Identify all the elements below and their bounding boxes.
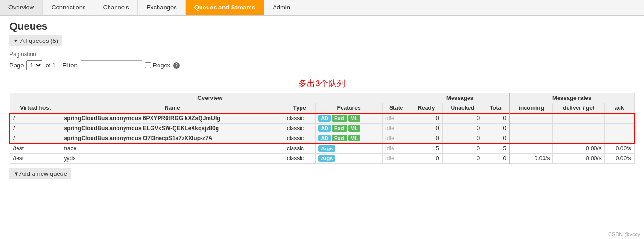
- col-ack: ack: [604, 103, 634, 114]
- col-type: Type: [284, 103, 315, 114]
- nav-overview[interactable]: Overview: [0, 0, 43, 15]
- of-label: of 1: [45, 62, 56, 69]
- queues-table-container: Overview Messages Message rates Virtual …: [9, 93, 635, 164]
- cell-name[interactable]: trace: [61, 143, 284, 154]
- pagination-controls: Page 1 of 1 - Filter: Regex ?: [9, 60, 635, 70]
- cell-ready: 0: [410, 133, 442, 144]
- cell-type: classic: [284, 143, 315, 154]
- nav-exchanges[interactable]: Exchanges: [138, 0, 185, 15]
- cell-unacked: 0: [442, 124, 483, 133]
- cell-total: 0: [483, 154, 510, 164]
- page-select[interactable]: 1: [26, 60, 42, 70]
- cell-ready: 0: [410, 124, 442, 133]
- cell-state: idle: [383, 133, 410, 144]
- cell-ack: 0.00/s: [604, 154, 634, 164]
- cell-unacked: 0: [442, 154, 483, 164]
- cell-name[interactable]: springCloudBus.anonymous.O7l3necpS1e7zXX…: [61, 133, 284, 144]
- cell-virtual-host: /test: [10, 154, 61, 164]
- add-queue-arrow: ▼: [13, 170, 19, 177]
- cell-deliver-get: [553, 133, 604, 144]
- feature-tag: AD: [318, 125, 331, 132]
- cell-total: 5: [483, 143, 510, 154]
- cell-incoming: 0.00/s: [510, 154, 553, 164]
- cell-unacked: 0: [442, 113, 483, 124]
- all-queues-header[interactable]: ▼ All queues (5): [9, 35, 62, 46]
- feature-tag: Args: [318, 145, 335, 152]
- col-virtual-host: Virtual host: [10, 103, 61, 114]
- table-row[interactable]: / springCloudBus.anonymous.O7l3necpS1e7z…: [10, 133, 634, 144]
- add-queue-section: ▼ Add a new queue: [9, 168, 635, 179]
- cell-type: classic: [284, 154, 315, 164]
- page-label: Page: [9, 62, 24, 69]
- cell-ack: 0.00/s: [604, 143, 634, 154]
- cell-total: 0: [483, 124, 510, 133]
- cell-type: classic: [284, 124, 315, 133]
- state-value: idle: [385, 145, 394, 152]
- nav-admin[interactable]: Admin: [264, 0, 299, 15]
- regex-label[interactable]: Regex: [145, 62, 171, 69]
- cell-deliver-get: 0.00/s: [553, 154, 604, 164]
- table-row[interactable]: / springCloudBus.anonymous.6PXYPR6tRGGik…: [10, 113, 634, 124]
- cell-incoming: [510, 133, 553, 144]
- table-row[interactable]: /test yyds classic Args idle 0 0 0 0.00/…: [10, 154, 634, 164]
- table-row[interactable]: / springCloudBus.anonymous.ELGVxSW-QEKLe…: [10, 124, 634, 133]
- cell-name[interactable]: springCloudBus.anonymous.ELGVxSW-QEKLeXk…: [61, 124, 284, 133]
- filter-input[interactable]: [81, 60, 142, 70]
- state-value: idle: [385, 115, 394, 122]
- nav-connections[interactable]: Connections: [43, 0, 94, 15]
- add-queue-header[interactable]: ▼ Add a new queue: [9, 168, 71, 179]
- cell-virtual-host: /: [10, 113, 61, 124]
- cell-virtual-host: /: [10, 124, 61, 133]
- help-icon[interactable]: ?: [173, 62, 180, 69]
- table-row[interactable]: /test trace classic Args idle 5 0 5 0.00…: [10, 143, 634, 154]
- navigation: Overview Connections Channels Exchanges …: [0, 0, 644, 16]
- cell-type: classic: [284, 133, 315, 144]
- cell-features: ADExclML: [316, 113, 383, 124]
- cell-incoming: [510, 124, 553, 133]
- state-value: idle: [385, 135, 394, 141]
- cell-incoming: [510, 143, 553, 154]
- regex-checkbox[interactable]: [145, 62, 151, 68]
- feature-tag: Excl: [332, 135, 347, 141]
- cell-features: Args: [316, 143, 383, 154]
- col-name: Name: [61, 103, 284, 114]
- col-deliver-get: deliver / get: [553, 103, 604, 114]
- cell-deliver-get: [553, 124, 604, 133]
- col-ready: Ready: [410, 103, 442, 114]
- cell-ready: 5: [410, 143, 442, 154]
- col-total: Total: [483, 103, 510, 114]
- col-incoming: incoming: [510, 103, 553, 114]
- cell-name[interactable]: yyds: [61, 154, 284, 164]
- cell-total: 0: [483, 133, 510, 144]
- nav-channels[interactable]: Channels: [94, 0, 138, 15]
- cell-ack: [604, 113, 634, 124]
- state-value: idle: [385, 125, 394, 132]
- page-title: Queues: [9, 20, 635, 33]
- cell-virtual-host: /test: [10, 143, 61, 154]
- nav-queues-streams[interactable]: Queues and Streams: [186, 0, 264, 15]
- cell-features: ADExclML: [316, 133, 383, 144]
- cell-virtual-host: /: [10, 133, 61, 144]
- col-unacked: Unacked: [442, 103, 483, 114]
- message-rates-group-header: Message rates: [510, 93, 634, 103]
- collapse-arrow: ▼: [13, 38, 18, 43]
- cell-name[interactable]: springCloudBus.anonymous.6PXYPR6tRGGikXZ…: [61, 113, 284, 124]
- feature-tag: Excl: [332, 115, 347, 122]
- all-queues-label: All queues (5): [20, 37, 58, 44]
- feature-tag: ML: [348, 135, 360, 141]
- cell-total: 0: [483, 113, 510, 124]
- cell-unacked: 0: [442, 133, 483, 144]
- cell-features: ADExclML: [316, 124, 383, 133]
- cell-deliver-get: [553, 113, 604, 124]
- cell-unacked: 0: [442, 143, 483, 154]
- feature-tag: ML: [348, 125, 360, 132]
- feature-tag: ML: [348, 115, 360, 122]
- state-value: idle: [385, 155, 394, 162]
- feature-tag: Args: [318, 155, 335, 162]
- cell-type: classic: [284, 113, 315, 124]
- pagination-label: Pagination: [9, 51, 635, 58]
- cell-state: idle: [383, 143, 410, 154]
- add-queue-label: Add a new queue: [19, 170, 67, 177]
- cell-incoming: [510, 113, 553, 124]
- filter-label: - Filter:: [59, 62, 77, 69]
